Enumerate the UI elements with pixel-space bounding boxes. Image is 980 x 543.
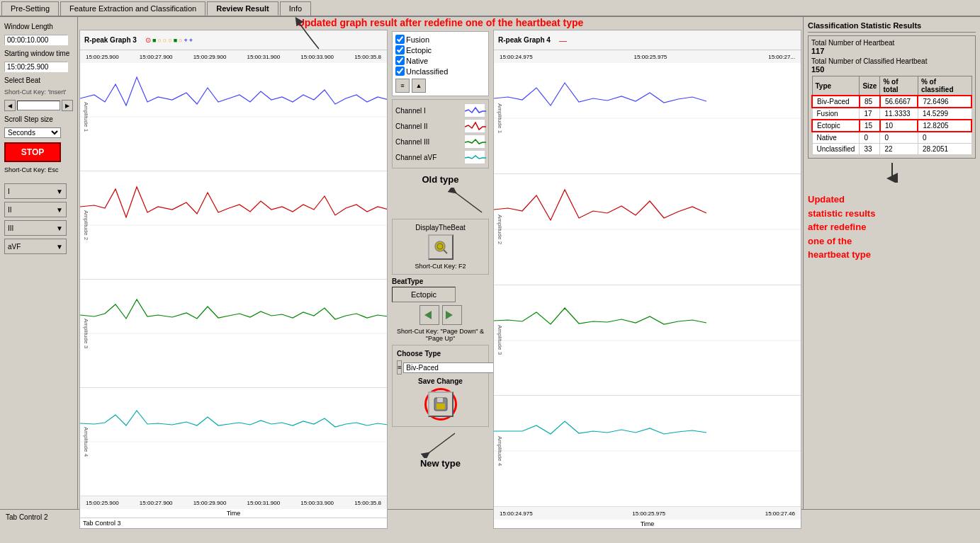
right-ch4-ylabel: Amplitude 4 <box>497 436 503 466</box>
legend-unclassified-check[interactable] <box>395 67 405 76</box>
beat-type-section: BeatType Ectopic <box>392 278 489 302</box>
nav-btns <box>392 305 489 325</box>
svg-marker-7 <box>424 311 432 319</box>
right-ch3-svg <box>494 285 801 396</box>
shortcut-insert-label: Short-Cut Key: 'Insert' <box>4 88 73 96</box>
choose-type-icon[interactable]: ≡ <box>397 360 402 375</box>
channel-II-row: Channel II <box>395 118 485 134</box>
legend-native-check[interactable] <box>395 56 405 65</box>
channel-III-row: Channel III <box>395 134 485 149</box>
right-ch1-ylabel: Amplitude 1 <box>497 103 503 133</box>
right-graph-title: R-peak Graph 4 <box>498 36 551 44</box>
tab-feature-extraction[interactable]: Feature Extraction and Classification <box>60 1 205 16</box>
left-x-axis-bottom: 15:00:25.900 15:00:27.900 15:00:29.900 1… <box>80 496 387 509</box>
beat-type-value: Ectopic <box>411 290 437 299</box>
legend-fusion: Fusion <box>395 35 485 44</box>
right-ch2: Amplitude 2 <box>494 174 801 285</box>
right-ch1-svg <box>494 63 801 173</box>
right-ch3: Amplitude 3 <box>494 285 801 396</box>
legend-icon-1[interactable]: ≡ <box>395 79 410 93</box>
scroll-step-select[interactable]: Seconds Minutes <box>4 127 61 138</box>
save-change-section: Save Change <box>397 377 484 422</box>
legend-box: Fusion Ectopic Native Unclassified <box>392 31 489 96</box>
next-beat-btn[interactable] <box>442 305 462 325</box>
stat-cell-type-4: Unclassified <box>812 144 860 155</box>
channel-aVF-line <box>464 150 485 164</box>
choose-type-input[interactable] <box>403 362 499 373</box>
left-ch3-svg <box>80 280 387 387</box>
tab-info[interactable]: Info <box>280 1 311 16</box>
right-x-axis-top: 15:00:24.975 15:00:25.975 15:00:27... <box>494 50 801 63</box>
legend-fusion-check[interactable] <box>395 35 405 44</box>
table-row: Native000 <box>812 132 971 144</box>
channel-III-btn[interactable]: III ▼ <box>4 220 67 236</box>
left-ch2-svg <box>80 171 387 279</box>
save-change-btn[interactable] <box>428 391 454 417</box>
left-ch3: Amplitude 3 <box>80 280 387 388</box>
stat-cell-pct_total-1: 11.3333 <box>880 108 918 120</box>
new-type-arrow <box>419 430 462 458</box>
channel-II-label: II <box>8 206 12 214</box>
scroll-bar-row: ◀ ▶ <box>4 100 73 111</box>
channel-I-btn[interactable]: I ▼ <box>4 183 67 199</box>
rpeak-circle-highlight: ⊙ <box>145 36 151 44</box>
left-ch1: Amplitude 1 <box>80 63 387 171</box>
rpeak-square-green: ■ <box>152 37 156 44</box>
x-label-5: 15:00:35.8 <box>354 54 381 60</box>
legend-native: Native <box>395 56 485 65</box>
channel-II-btn[interactable]: II ▼ <box>4 202 67 217</box>
total-heartbeat-value: 117 <box>811 47 824 55</box>
right-ch2-svg <box>494 174 801 285</box>
left-ch4-svg <box>80 388 387 496</box>
stat-cell-size-3: 0 <box>860 132 880 144</box>
x-label-1: 15:00:27.900 <box>140 54 173 60</box>
table-row: Ectopic151012.8205 <box>812 120 971 132</box>
channel-rows-box: Channel I Channel II Channel III <box>392 99 489 168</box>
left-graph-title: R-peak Graph 3 <box>84 36 137 44</box>
channel-II-arrow: ▼ <box>56 206 63 214</box>
col-pct-total: % of total <box>880 76 918 96</box>
right-ch3-ylabel: Amplitude 3 <box>497 325 503 355</box>
window-length-input[interactable] <box>4 35 68 45</box>
left-ch3-ylabel: Amplitude 3 <box>83 319 89 348</box>
stat-container: Total Number of Heartbeat 117 Total Numb… <box>808 35 976 159</box>
legend-native-label: Native <box>406 57 428 65</box>
legend-ectopic: Ectopic <box>395 45 485 55</box>
stat-cell-pct_total-4: 22 <box>880 144 918 155</box>
new-type-label: New type <box>420 458 461 469</box>
legend-unclassified-label: Unclassified <box>406 67 448 76</box>
tab-pre-setting[interactable]: Pre-Setting <box>1 1 59 16</box>
stat-cell-pct_classified-1: 14.5299 <box>918 108 971 120</box>
left-ch1-svg <box>80 63 387 171</box>
x-label-3: 15:00:31.900 <box>247 54 280 60</box>
select-beat-label: Select Beat <box>4 76 73 84</box>
tab-review-result[interactable]: Review Result <box>207 1 278 16</box>
total-classified-value: 150 <box>811 65 824 74</box>
channel-aVF-row-label: Channel aVF <box>395 154 437 161</box>
arrow-svg <box>262 17 347 52</box>
scroll-track[interactable] <box>17 101 60 110</box>
old-type-arrow <box>392 188 489 216</box>
channel-III-line <box>464 135 485 149</box>
channel-aVF-btn[interactable]: aVF ▼ <box>4 239 67 254</box>
total-classified-label: Total Number of Classified Heartbeat <box>811 57 927 65</box>
legend-icon-2[interactable]: ▲ <box>412 79 426 93</box>
left-graph-container: R-peak Graph 3 ⊙ ■ ○ ○ ○ ■ ○ + + <box>79 30 388 529</box>
starting-window-input[interactable] <box>4 62 68 72</box>
starting-window-label: Starting window time <box>4 50 73 57</box>
display-beat-btn[interactable] <box>428 234 454 260</box>
stat-cell-type-1: Fusion <box>812 108 860 120</box>
legend-ectopic-check[interactable] <box>395 45 405 55</box>
scroll-left-btn[interactable]: ◀ <box>4 100 16 111</box>
new-type-area: New type <box>392 430 489 469</box>
prev-icon <box>420 308 434 322</box>
stop-button[interactable]: STOP <box>4 142 61 162</box>
prev-beat-btn[interactable] <box>419 305 439 325</box>
window-length-label: Window Length <box>4 23 73 30</box>
choose-type-label: Choose Type <box>397 350 484 358</box>
channel-III-label: III <box>8 224 13 232</box>
scroll-right-btn[interactable]: ▶ <box>62 100 73 111</box>
stat-cell-pct_classified-3: 0 <box>918 132 971 144</box>
legend-unclassified: Unclassified <box>395 67 485 76</box>
channel-I-row: Channel I <box>395 103 485 118</box>
